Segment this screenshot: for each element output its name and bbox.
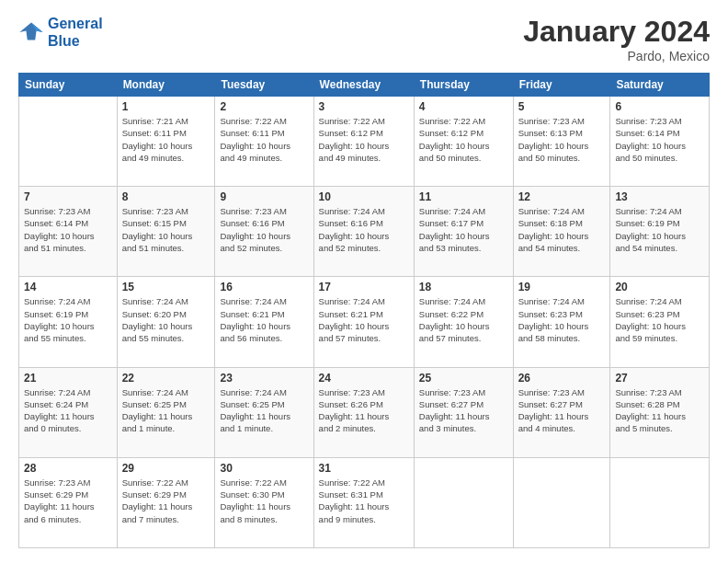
day-info: Sunrise: 7:21 AM Sunset: 6:11 PM Dayligh… xyxy=(122,115,210,164)
table-row: 3Sunrise: 7:22 AM Sunset: 6:12 PM Daylig… xyxy=(313,97,414,187)
day-number: 25 xyxy=(419,372,508,385)
day-number: 31 xyxy=(319,462,409,475)
day-info: Sunrise: 7:22 AM Sunset: 6:31 PM Dayligh… xyxy=(319,477,409,525)
calendar-week-row: 21Sunrise: 7:24 AM Sunset: 6:24 PM Dayli… xyxy=(19,367,710,457)
col-friday: Friday xyxy=(513,74,610,97)
table-row: 2Sunrise: 7:22 AM Sunset: 6:11 PM Daylig… xyxy=(215,97,313,187)
table-row: 13Sunrise: 7:24 AM Sunset: 6:19 PM Dayli… xyxy=(610,187,710,277)
table-row: 28Sunrise: 7:23 AM Sunset: 6:29 PM Dayli… xyxy=(19,457,118,547)
table-row: 5Sunrise: 7:23 AM Sunset: 6:13 PM Daylig… xyxy=(513,97,610,187)
day-number: 16 xyxy=(220,281,308,293)
day-number: 26 xyxy=(518,372,606,385)
calendar-week-row: 14Sunrise: 7:24 AM Sunset: 6:19 PM Dayli… xyxy=(19,277,710,367)
day-number: 10 xyxy=(319,190,409,203)
table-row: 9Sunrise: 7:23 AM Sunset: 6:16 PM Daylig… xyxy=(215,187,313,277)
table-row: 22Sunrise: 7:24 AM Sunset: 6:25 PM Dayli… xyxy=(117,367,215,457)
day-number: 29 xyxy=(122,462,210,475)
day-number: 3 xyxy=(319,100,409,113)
table-row: 30Sunrise: 7:22 AM Sunset: 6:30 PM Dayli… xyxy=(215,457,313,547)
col-tuesday: Tuesday xyxy=(215,74,313,97)
day-number: 30 xyxy=(220,462,308,475)
day-number: 19 xyxy=(518,281,606,293)
day-number: 22 xyxy=(122,372,210,385)
day-info: Sunrise: 7:24 AM Sunset: 6:21 PM Dayligh… xyxy=(319,295,409,344)
table-row: 25Sunrise: 7:23 AM Sunset: 6:27 PM Dayli… xyxy=(414,367,513,457)
month-title: January 2024 xyxy=(523,15,710,49)
day-number: 21 xyxy=(24,372,112,385)
day-number: 12 xyxy=(518,190,606,203)
day-number: 17 xyxy=(319,281,409,293)
day-info: Sunrise: 7:24 AM Sunset: 6:19 PM Dayligh… xyxy=(24,295,112,344)
col-wednesday: Wednesday xyxy=(313,74,414,97)
table-row: 8Sunrise: 7:23 AM Sunset: 6:15 PM Daylig… xyxy=(117,187,215,277)
col-thursday: Thursday xyxy=(414,74,513,97)
day-info: Sunrise: 7:23 AM Sunset: 6:13 PM Dayligh… xyxy=(518,115,606,164)
day-number: 27 xyxy=(615,372,704,385)
day-info: Sunrise: 7:24 AM Sunset: 6:19 PM Dayligh… xyxy=(615,205,704,254)
table-row: 23Sunrise: 7:24 AM Sunset: 6:25 PM Dayli… xyxy=(215,367,313,457)
day-info: Sunrise: 7:23 AM Sunset: 6:28 PM Dayligh… xyxy=(615,386,704,435)
day-info: Sunrise: 7:22 AM Sunset: 6:12 PM Dayligh… xyxy=(419,115,508,164)
day-info: Sunrise: 7:24 AM Sunset: 6:24 PM Dayligh… xyxy=(24,386,112,435)
col-monday: Monday xyxy=(117,74,215,97)
day-info: Sunrise: 7:24 AM Sunset: 6:25 PM Dayligh… xyxy=(220,386,308,435)
location: Pardo, Mexico xyxy=(523,49,710,63)
table-row: 17Sunrise: 7:24 AM Sunset: 6:21 PM Dayli… xyxy=(313,277,414,367)
col-sunday: Sunday xyxy=(19,74,118,97)
day-number: 9 xyxy=(220,190,308,203)
table-row: 4Sunrise: 7:22 AM Sunset: 6:12 PM Daylig… xyxy=(414,97,513,187)
calendar-week-row: 1Sunrise: 7:21 AM Sunset: 6:11 PM Daylig… xyxy=(19,97,710,187)
day-number: 18 xyxy=(419,281,508,293)
table-row xyxy=(19,97,118,187)
day-number: 6 xyxy=(615,100,704,113)
table-row: 7Sunrise: 7:23 AM Sunset: 6:14 PM Daylig… xyxy=(19,187,118,277)
day-info: Sunrise: 7:23 AM Sunset: 6:15 PM Dayligh… xyxy=(122,205,210,254)
day-number: 20 xyxy=(615,281,704,293)
day-number: 13 xyxy=(615,190,704,203)
day-info: Sunrise: 7:24 AM Sunset: 6:18 PM Dayligh… xyxy=(518,205,606,254)
day-number: 1 xyxy=(122,100,210,113)
day-info: Sunrise: 7:24 AM Sunset: 6:25 PM Dayligh… xyxy=(122,386,210,435)
table-row: 21Sunrise: 7:24 AM Sunset: 6:24 PM Dayli… xyxy=(19,367,118,457)
title-area: January 2024 Pardo, Mexico xyxy=(523,15,710,63)
day-info: Sunrise: 7:24 AM Sunset: 6:23 PM Dayligh… xyxy=(615,295,704,344)
day-info: Sunrise: 7:23 AM Sunset: 6:27 PM Dayligh… xyxy=(419,386,508,435)
table-row: 19Sunrise: 7:24 AM Sunset: 6:23 PM Dayli… xyxy=(513,277,610,367)
table-row: 20Sunrise: 7:24 AM Sunset: 6:23 PM Dayli… xyxy=(610,277,710,367)
logo-text: General Blue xyxy=(48,15,103,50)
day-info: Sunrise: 7:23 AM Sunset: 6:14 PM Dayligh… xyxy=(615,115,704,164)
calendar-table: Sunday Monday Tuesday Wednesday Thursday… xyxy=(18,73,710,548)
table-row xyxy=(414,457,513,547)
page: General Blue January 2024 Pardo, Mexico … xyxy=(0,0,728,563)
table-row: 24Sunrise: 7:23 AM Sunset: 6:26 PM Dayli… xyxy=(313,367,414,457)
table-row: 14Sunrise: 7:24 AM Sunset: 6:19 PM Dayli… xyxy=(19,277,118,367)
day-info: Sunrise: 7:22 AM Sunset: 6:29 PM Dayligh… xyxy=(122,477,210,525)
table-row: 15Sunrise: 7:24 AM Sunset: 6:20 PM Dayli… xyxy=(117,277,215,367)
day-number: 23 xyxy=(220,372,308,385)
day-info: Sunrise: 7:22 AM Sunset: 6:11 PM Dayligh… xyxy=(220,115,308,164)
calendar-header-row: Sunday Monday Tuesday Wednesday Thursday… xyxy=(19,74,710,97)
logo: General Blue xyxy=(18,15,103,50)
day-number: 7 xyxy=(24,190,112,203)
day-number: 28 xyxy=(24,462,112,475)
day-number: 2 xyxy=(220,100,308,113)
day-number: 15 xyxy=(122,281,210,293)
day-info: Sunrise: 7:24 AM Sunset: 6:23 PM Dayligh… xyxy=(518,295,606,344)
calendar-week-row: 7Sunrise: 7:23 AM Sunset: 6:14 PM Daylig… xyxy=(19,187,710,277)
day-info: Sunrise: 7:22 AM Sunset: 6:30 PM Dayligh… xyxy=(220,477,308,525)
table-row: 16Sunrise: 7:24 AM Sunset: 6:21 PM Dayli… xyxy=(215,277,313,367)
day-info: Sunrise: 7:23 AM Sunset: 6:26 PM Dayligh… xyxy=(319,386,409,435)
day-number: 8 xyxy=(122,190,210,203)
table-row: 29Sunrise: 7:22 AM Sunset: 6:29 PM Dayli… xyxy=(117,457,215,547)
day-info: Sunrise: 7:24 AM Sunset: 6:21 PM Dayligh… xyxy=(220,295,308,344)
day-number: 11 xyxy=(419,190,508,203)
day-info: Sunrise: 7:23 AM Sunset: 6:29 PM Dayligh… xyxy=(24,477,112,525)
day-info: Sunrise: 7:23 AM Sunset: 6:14 PM Dayligh… xyxy=(24,205,112,254)
day-number: 4 xyxy=(419,100,508,113)
table-row xyxy=(610,457,710,547)
table-row: 31Sunrise: 7:22 AM Sunset: 6:31 PM Dayli… xyxy=(313,457,414,547)
table-row: 1Sunrise: 7:21 AM Sunset: 6:11 PM Daylig… xyxy=(117,97,215,187)
table-row: 27Sunrise: 7:23 AM Sunset: 6:28 PM Dayli… xyxy=(610,367,710,457)
day-info: Sunrise: 7:24 AM Sunset: 6:22 PM Dayligh… xyxy=(419,295,508,344)
day-info: Sunrise: 7:24 AM Sunset: 6:16 PM Dayligh… xyxy=(319,205,409,254)
